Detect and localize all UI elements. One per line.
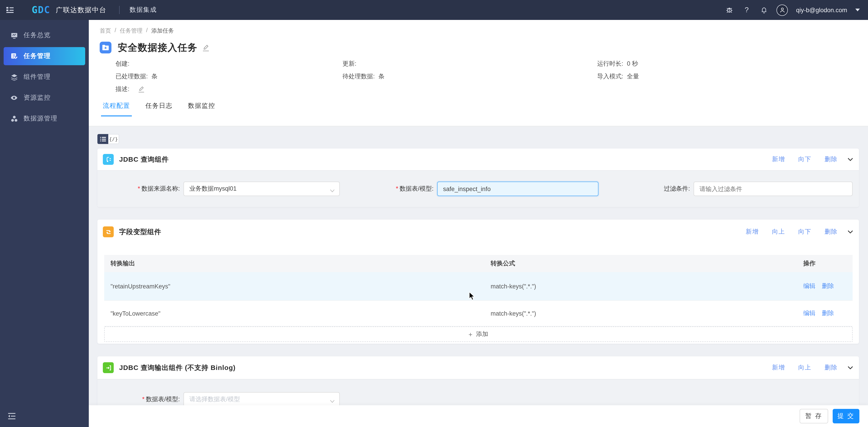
col-header-output: 转换输出 [104,259,491,268]
output-table-select[interactable]: 请选择数据表/模型 [184,392,340,406]
card-title: JDBC 查询输出组件 (不支持 Binlog) [119,363,236,372]
task-manage-icon [10,52,18,60]
chevron-down-icon [330,398,335,404]
chevron-up-icon[interactable] [847,158,853,161]
card-action-add[interactable]: 新增 [772,155,785,163]
row-edit-link[interactable]: 编辑 [803,309,815,318]
table-row: "keyToLowercase" match-keys(".*.") 编辑 删除 [104,301,852,326]
code-view-button[interactable]: {/} [108,134,119,144]
jdbc-output-icon [103,362,114,373]
card-action-move-down[interactable]: 向下 [798,155,811,163]
row-edit-link[interactable]: 编辑 [803,282,815,290]
transform-table: 转换输出 转换公式 操作 "retainUpstreamKeys" match-… [104,255,852,344]
nav-menu-icon[interactable] [0,0,20,20]
meta-label: 更新: [342,60,356,68]
add-transform-button[interactable]: + 添加 [104,326,852,342]
meta-value: 条 [152,72,158,80]
table-row: "retainUpstreamKeys" match-keys(".*.") 编… [104,272,852,301]
chevron-up-icon[interactable] [847,366,853,369]
bug-icon[interactable] [725,5,734,14]
list-view-icon[interactable] [97,134,108,144]
gdc-logo: GDC [32,4,50,15]
flow-config-panel: {/} JDBC 查询组件 新增 向下 删除 [89,126,868,427]
meta-label: 创建: [116,60,130,68]
card-title: 字段变型组件 [119,228,161,236]
user-email[interactable]: qiy-b@glodon.com [796,6,847,13]
card-action-add[interactable]: 新增 [772,364,785,372]
breadcrumb-sep: / [146,27,148,35]
sidebar-item-label: 任务总览 [24,31,51,39]
collapse-sidebar-icon[interactable] [6,411,17,422]
plus-icon: + [468,330,472,338]
datasource-select[interactable]: 业务数据mysql01 [184,182,340,196]
tab-task-log[interactable]: 任务日志 [144,100,175,117]
task-meta: 创建: 更新: 运行时长:0 秒 已处理数据:条 待处理数据:条 导入模式:全量… [116,58,868,96]
card-jdbc-query: JDBC 查询组件 新增 向下 删除 *数据来源名称: 业务数据m [97,149,859,207]
field-label-filter: 过滤条件: [598,185,693,193]
datasource-icon [10,114,18,123]
bell-icon[interactable] [759,5,768,14]
page-title: 安全数据接入任务 [118,41,197,54]
dashboard-icon [10,31,18,39]
card-action-move-up[interactable]: 向上 [798,364,811,372]
breadcrumb-sep: / [115,27,116,35]
chevron-down-icon [330,187,335,194]
datasource-select-value: 业务数据mysql01 [189,185,237,193]
save-draft-button[interactable]: 暂 存 [800,409,828,423]
sidebar-item-task-manage[interactable]: 任务管理 [4,47,85,65]
topbar-divider [119,6,120,14]
breadcrumb-home[interactable]: 首页 [100,27,111,35]
cell-formula: match-keys(".*.") [491,283,803,290]
col-header-actions: 操作 [803,259,852,268]
components-icon [10,73,18,81]
sidebar-item-label: 资源监控 [24,94,51,102]
sidebar-item-datasource[interactable]: 数据源管理 [4,109,85,128]
view-toggle: {/} [97,134,859,144]
field-label-output-table: *数据表/模型: [97,395,184,403]
table-model-input[interactable] [437,182,598,196]
breadcrumb: 首页 / 任务管理 / 添加任务 [100,27,868,35]
row-delete-link[interactable]: 删除 [822,282,834,290]
resource-monitor-icon [10,94,18,102]
card-action-add[interactable]: 新增 [746,228,759,236]
chevron-up-icon[interactable] [847,230,853,234]
meta-label: 运行时长: [597,60,623,68]
field-label-datasource: *数据来源名称: [97,185,184,193]
card-title: JDBC 查询组件 [119,155,169,164]
topbar: GDC 广联达数据中台 数据集成 ? qiy-b@glodon.com [0,0,868,20]
filter-condition-input[interactable] [693,182,852,196]
card-action-delete[interactable]: 删除 [825,228,838,236]
meta-label: 描述: [116,85,130,93]
row-delete-link[interactable]: 删除 [822,309,834,318]
tab-flow-config[interactable]: 流程配置 [101,100,132,117]
card-action-move-up[interactable]: 向上 [772,228,785,236]
card-action-delete[interactable]: 删除 [825,364,838,372]
sidebar-item-label: 组件管理 [24,73,51,81]
card-action-move-down[interactable]: 向下 [798,228,811,236]
page-header: 首页 / 任务管理 / 添加任务 安全数据接入任务 创建: 更新: 运行时长:0… [89,20,868,126]
meta-value: 全量 [627,72,639,80]
caret-down-icon[interactable] [855,9,860,11]
module-title[interactable]: 数据集成 [130,6,157,14]
card-field-transform: 字段变型组件 新增 向上 向下 删除 转换输出 转换公式 [97,220,859,344]
meta-label: 已处理数据: [116,72,148,80]
tab-bar: 流程配置 任务日志 数据监控 [101,100,868,117]
sidebar-item-task-overview[interactable]: 任务总览 [4,26,85,44]
tab-data-monitor[interactable]: 数据监控 [186,100,217,117]
card-action-delete[interactable]: 删除 [825,155,838,163]
main-content: 首页 / 任务管理 / 添加任务 安全数据接入任务 创建: 更新: 运行时长:0… [89,20,868,427]
avatar[interactable] [776,4,788,15]
sidebar-item-components[interactable]: 组件管理 [4,68,85,86]
field-label-table-model: *数据表/模型: [340,185,437,193]
breadcrumb-task-manage[interactable]: 任务管理 [120,27,143,35]
submit-button[interactable]: 提 交 [833,409,859,423]
sidebar-item-label: 任务管理 [24,52,51,60]
output-table-placeholder: 请选择数据表/模型 [189,395,240,403]
table-header-row: 转换输出 转换公式 操作 [104,255,852,272]
sidebar-item-resource-monitor[interactable]: 资源监控 [4,89,85,107]
edit-description-icon[interactable] [138,86,144,92]
help-icon[interactable]: ? [742,5,751,14]
meta-value: 条 [378,72,384,80]
edit-title-icon[interactable] [203,44,209,51]
cell-output: "retainUpstreamKeys" [104,283,491,290]
